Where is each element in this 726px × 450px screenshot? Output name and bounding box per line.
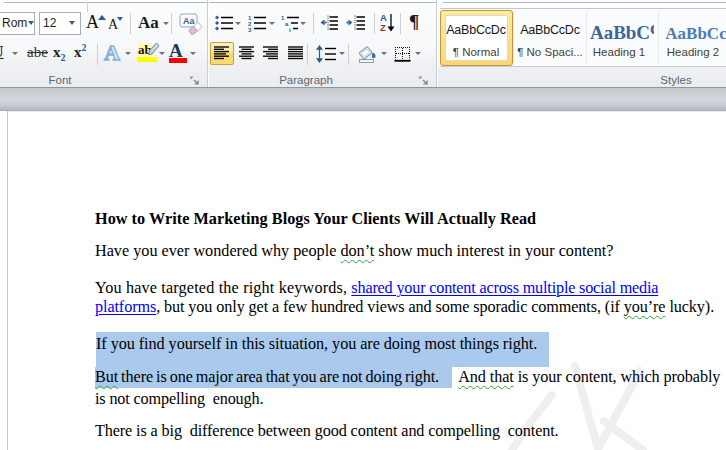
svg-text:3: 3 xyxy=(248,27,252,32)
svg-text:Aa: Aa xyxy=(183,16,195,26)
svg-text:i: i xyxy=(289,27,291,32)
